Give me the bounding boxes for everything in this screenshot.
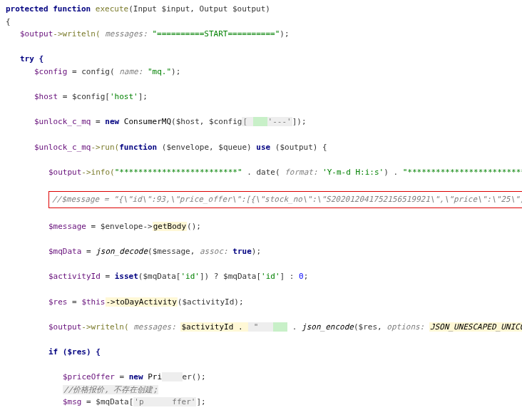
code-line: $unlock_c_mq->run(function ($envelope, $… [6, 141, 522, 154]
redacted-text: //价格报价, 不存在创建; [63, 385, 158, 394]
redacted-text: '---' [267, 117, 292, 126]
redacted-text: " [248, 322, 273, 332]
code-line: protected function execute(Input $input,… [6, 3, 522, 16]
code-line: $host = $config['host']; [6, 91, 522, 103]
code-line: $priceOffer = new Pri er(); [6, 371, 522, 384]
redacted-text: 'p ffer' [133, 397, 196, 406]
redacted-text [253, 117, 267, 126]
code-line: { [6, 16, 522, 29]
code-line: try { [6, 53, 522, 66]
code-line: $output->writeln( messages: "==========S… [6, 28, 522, 41]
code-line: $res = $this->toDayActivity($activityId)… [6, 296, 522, 309]
commented-line-highlight: //$message = "{\"id\":93,\"price_offer\"… [48, 191, 522, 208]
code-line: $mqData = json_decode($message, assoc: t… [6, 245, 522, 258]
code-comment: //价格报价, 不存在创建; [6, 384, 522, 396]
redacted-text [162, 372, 183, 381]
redacted-text: [ [242, 117, 252, 126]
code-line: if ($res) { [6, 346, 522, 359]
code-line: $output->writeln( messages: $activityId … [6, 321, 522, 334]
code-line: $config = config( name: "mq."); [6, 66, 522, 78]
code-line: $msg = $mqData['p ffer']; [6, 396, 522, 409]
code-line: $activityId = isset($mqData['id']) ? $mq… [6, 270, 522, 283]
code-line: $unlock_c_mq = new ConsumerMQ($host, $co… [6, 116, 522, 128]
redacted-text [273, 322, 287, 332]
code-line: $message = $envelope->getBody(); [6, 220, 522, 233]
code-line: $output->info("*************************… [6, 166, 522, 179]
